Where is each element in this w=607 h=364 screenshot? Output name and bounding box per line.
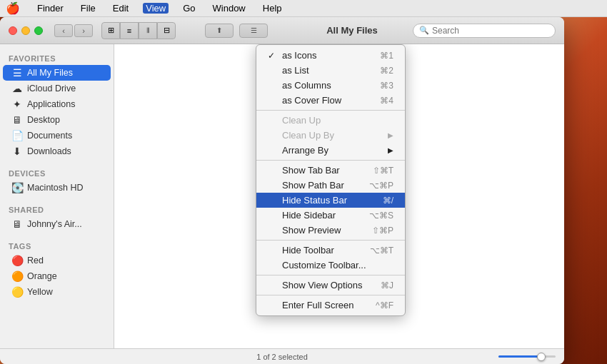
menu-item-show-tab-bar[interactable]: Show Tab Bar ⇧⌘T [256, 163, 405, 178]
applications-icon: ✦ [11, 98, 23, 110]
status-text: 1 of 2 selected [256, 353, 308, 361]
menu-item-as-list[interactable]: as List ⌘2 [256, 63, 405, 78]
sidebar-item-all-my-files[interactable]: ☰ All My Files [3, 65, 111, 81]
search-bar[interactable]: 🔍 [413, 24, 556, 38]
action-button[interactable]: ☰ [239, 24, 268, 38]
menu-item-arrange-by[interactable]: Arrange By ▶ [256, 143, 405, 158]
sidebar-item-label: Desktop [27, 115, 60, 125]
forward-button[interactable]: › [74, 24, 93, 37]
menu-item-hide-toolbar[interactable]: Hide Toolbar ⌥⌘T [256, 243, 405, 258]
icon-view-button[interactable]: ⊞ [101, 22, 120, 39]
column-view-button[interactable]: ⫴ [139, 22, 157, 39]
orange-tag-icon: 🟠 [11, 271, 23, 282]
hd-icon: 💽 [11, 182, 23, 193]
nav-buttons: ‹ › [54, 24, 93, 37]
sidebar-item-label: iCloud Drive [27, 84, 76, 93]
apple-menu-icon[interactable]: 🍎 [6, 1, 20, 15]
sidebar-item-label: Documents [27, 131, 72, 141]
menubar-window[interactable]: Window [210, 3, 249, 14]
sidebar-item-tag-red[interactable]: 🔴 Red [3, 253, 111, 268]
menu-item-as-cover-flow[interactable]: as Cover Flow ⌘4 [256, 93, 405, 108]
view-buttons: ⊞ ≡ ⫴ ⊟ [101, 22, 176, 39]
desktop-icon: 🖥 [11, 114, 23, 126]
yellow-tag-icon: 🟡 [11, 286, 23, 298]
menu-item-show-view-options[interactable]: Show View Options ⌘J [256, 278, 405, 293]
size-slider[interactable] [498, 355, 556, 358]
main-content: ✓ as Icons ⌘1 as List ⌘2 as Columns [114, 44, 564, 348]
sidebar-item-label: Macintosh HD [27, 183, 84, 193]
sidebar-item-label: Downloads [27, 146, 71, 156]
finder-window: ‹ › ⊞ ≡ ⫴ ⊟ ⬆ ☰ All My Files 🔍 Favorites… [0, 17, 564, 364]
tags-label: Tags [0, 238, 114, 253]
separator-2 [256, 160, 405, 161]
sidebar-item-label: Johnny's Air... [27, 219, 82, 229]
back-button[interactable]: ‹ [54, 24, 73, 37]
menu-item-as-columns[interactable]: as Columns ⌘3 [256, 78, 405, 93]
close-button[interactable] [9, 26, 17, 35]
menu-item-show-path-bar[interactable]: Show Path Bar ⌥⌘P [256, 178, 405, 193]
sidebar-item-tag-orange[interactable]: 🟠 Orange [3, 268, 111, 284]
menubar: 🍎 Finder File Edit View Go Window Help [0, 0, 607, 17]
red-tag-icon: 🔴 [11, 255, 23, 266]
menu-item-as-icons[interactable]: ✓ as Icons ⌘1 [256, 48, 405, 63]
menu-item-clean-up-by: Clean Up By ▶ [256, 128, 405, 143]
window-body: Favorites ☰ All My Files ☁ iCloud Drive … [0, 44, 564, 348]
sidebar-item-label: Red [27, 256, 44, 266]
menu-item-show-preview[interactable]: Show Preview ⇧⌘P [256, 223, 405, 238]
sidebar-item-downloads[interactable]: ⬇ Downloads [3, 143, 111, 159]
all-my-files-icon: ☰ [11, 67, 23, 79]
devices-label: Devices [0, 165, 114, 180]
sidebar-item-label: Yellow [27, 287, 53, 297]
sidebar-item-desktop[interactable]: 🖥 Desktop [3, 112, 111, 128]
submenu-arrow: ▶ [388, 131, 393, 139]
menubar-help[interactable]: Help [260, 3, 285, 14]
search-icon: 🔍 [419, 26, 429, 35]
menubar-finder[interactable]: Finder [34, 3, 66, 14]
search-input[interactable] [432, 26, 549, 36]
menubar-edit[interactable]: Edit [110, 3, 131, 14]
sidebar-item-tag-yellow[interactable]: 🟡 Yellow [3, 284, 111, 300]
view-dropdown-menu: ✓ as Icons ⌘1 as List ⌘2 as Columns [256, 44, 406, 316]
sidebar-item-shared-mac[interactable]: 🖥 Johnny's Air... [3, 216, 111, 232]
window-title: All My Files [297, 25, 407, 36]
sidebar-item-icloud-drive[interactable]: ☁ iCloud Drive [3, 81, 111, 96]
menu-item-hide-sidebar[interactable]: Hide Sidebar ⌥⌘S [256, 208, 405, 223]
menubar-go[interactable]: Go [180, 3, 198, 14]
menubar-view[interactable]: View [143, 3, 169, 14]
sidebar-item-macintosh-hd[interactable]: 💽 Macintosh HD [3, 180, 111, 196]
menu-item-hide-status-bar[interactable]: Hide Status Bar ⌘/ [256, 193, 405, 208]
share-button[interactable]: ⬆ [205, 24, 234, 38]
checkmark-icon: ✓ [268, 51, 278, 61]
sidebar-item-applications[interactable]: ✦ Applications [3, 96, 111, 112]
downloads-icon: ⬇ [11, 146, 23, 157]
separator-3 [256, 240, 405, 241]
icloud-icon: ☁ [11, 83, 23, 94]
menu-item-enter-full-screen[interactable]: Enter Full Screen ^⌘F [256, 298, 405, 313]
sidebar: Favorites ☰ All My Files ☁ iCloud Drive … [0, 44, 114, 348]
menu-item-customize-toolbar[interactable]: Customize Toolbar... [256, 258, 405, 273]
documents-icon: 📄 [11, 130, 23, 141]
favorites-label: Favorites [0, 50, 114, 65]
sidebar-item-documents[interactable]: 📄 Documents [3, 128, 111, 143]
cover-flow-button[interactable]: ⊟ [157, 22, 176, 39]
shared-mac-icon: 🖥 [11, 218, 23, 230]
separator-5 [256, 295, 405, 295]
menu-item-clean-up: Clean Up [256, 113, 405, 128]
sidebar-item-label: All My Files [27, 68, 73, 78]
traffic-lights [9, 26, 43, 35]
title-bar: ‹ › ⊞ ≡ ⫴ ⊟ ⬆ ☰ All My Files 🔍 [0, 17, 564, 44]
sidebar-item-label: Applications [27, 99, 75, 109]
minimize-button[interactable] [21, 26, 30, 35]
sidebar-item-label: Orange [27, 271, 57, 281]
shared-label: Shared [0, 201, 114, 216]
list-view-button[interactable]: ≡ [120, 22, 139, 39]
menubar-file[interactable]: File [78, 3, 99, 14]
maximize-button[interactable] [34, 26, 43, 35]
separator-1 [256, 110, 405, 111]
submenu-arrow: ▶ [388, 146, 393, 154]
status-bar: 1 of 2 selected [0, 348, 564, 364]
separator-4 [256, 275, 405, 275]
